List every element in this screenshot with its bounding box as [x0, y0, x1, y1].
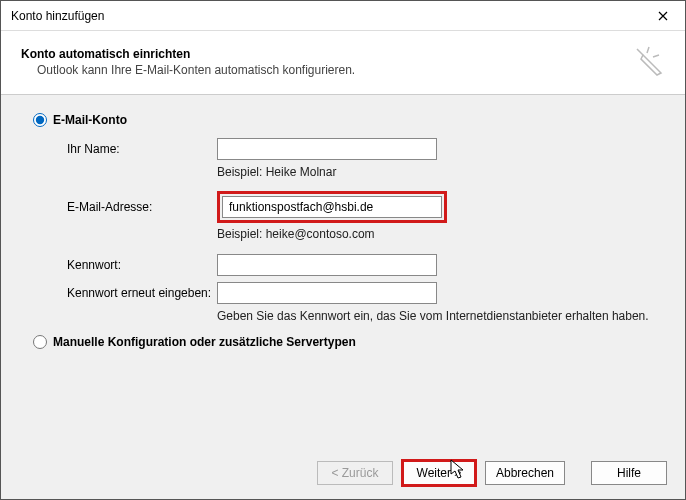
cancel-button[interactable]: Abbrechen [485, 461, 565, 485]
email-label: E-Mail-Adresse: [67, 200, 217, 214]
password2-label: Kennwort erneut eingeben: [67, 286, 217, 300]
back-button: < Zurück [317, 461, 393, 485]
wizard-icon [631, 43, 665, 80]
password2-input[interactable] [217, 282, 437, 304]
dialog-body: E-Mail-Konto Ihr Name: Beispiel: Heike M… [1, 95, 685, 447]
next-button[interactable]: Weiter > [401, 459, 477, 487]
password-hint: Geben Sie das Kennwort ein, das Sie vom … [217, 309, 649, 323]
name-label: Ihr Name: [67, 142, 217, 156]
dialog-footer: < Zurück Weiter > Abbrechen Hilfe [1, 447, 685, 499]
radio-manual-label[interactable]: Manuelle Konfiguration oder zusätzliche … [53, 335, 356, 349]
help-button[interactable]: Hilfe [591, 461, 667, 485]
add-account-dialog: Konto hinzufügen Konto automatisch einri… [0, 0, 686, 500]
close-button[interactable] [649, 4, 677, 28]
titlebar: Konto hinzufügen [1, 1, 685, 31]
email-form: Ihr Name: Beispiel: Heike Molnar E-Mail-… [67, 137, 655, 323]
window-title: Konto hinzufügen [11, 9, 104, 23]
radio-manual[interactable] [33, 335, 47, 349]
email-input[interactable] [222, 196, 442, 218]
header-subtitle: Outlook kann Ihre E-Mail-Konten automati… [21, 63, 355, 77]
password-label: Kennwort: [67, 258, 217, 272]
radio-email-account-label[interactable]: E-Mail-Konto [53, 113, 127, 127]
header-title: Konto automatisch einrichten [21, 47, 355, 61]
name-input[interactable] [217, 138, 437, 160]
email-example: Beispiel: heike@contoso.com [217, 227, 375, 241]
name-example: Beispiel: Heike Molnar [217, 165, 336, 179]
email-highlight [217, 191, 447, 223]
radio-email-account-row[interactable]: E-Mail-Konto [33, 113, 655, 127]
radio-manual-row[interactable]: Manuelle Konfiguration oder zusätzliche … [33, 335, 655, 349]
dialog-header: Konto automatisch einrichten Outlook kan… [1, 31, 685, 95]
radio-email-account[interactable] [33, 113, 47, 127]
password-input[interactable] [217, 254, 437, 276]
